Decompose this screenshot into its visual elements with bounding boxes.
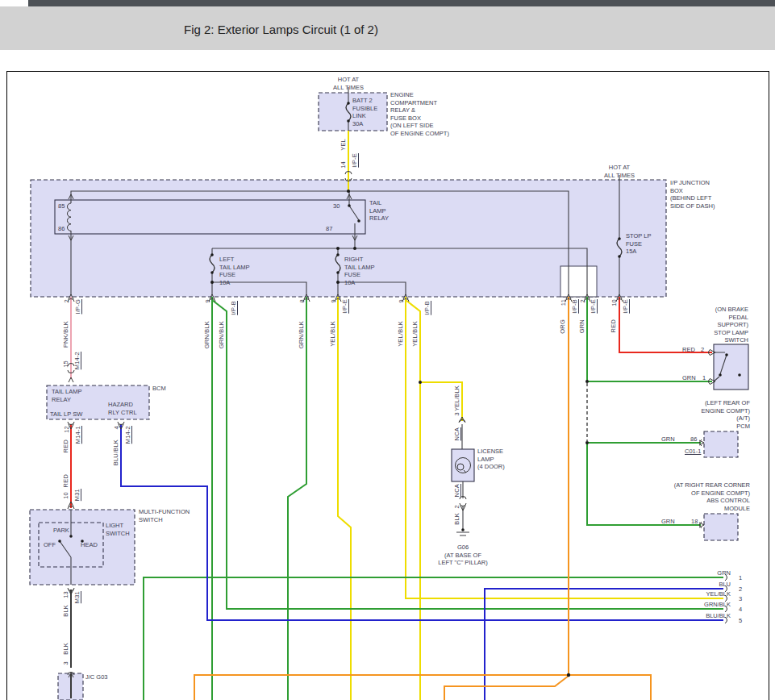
right-wire-label-1: GRN — [685, 569, 731, 577]
yel-blk-label-2: YEL/BLK — [397, 321, 404, 347]
bcm-tail-lamp-relay-label: TAIL LAMP RELAY — [52, 388, 82, 403]
mfs-conn-out: M31 — [73, 591, 81, 603]
pcm-pin-label: 86 — [690, 435, 697, 444]
head-label: HEAD — [81, 541, 98, 549]
bcm-out1-pin: 12 — [63, 426, 70, 433]
off-label: OFF — [44, 541, 56, 549]
stop-lamp-switch-box — [714, 344, 748, 390]
exit-org-conn: I/P-B — [571, 299, 578, 314]
exit-ipg-conn: I/P-G — [74, 299, 81, 315]
license-lamp-label: LICENSE LAMP (4 DOOR) — [477, 448, 505, 471]
exit-org-pin: 11 — [560, 299, 567, 306]
exit-ipe9-pin: 9 — [330, 299, 337, 302]
grn-blk-label-1: GRN/BLK — [203, 321, 210, 348]
pcm-location-label: (LEFT REAR OF ENGINE COMPT) (A/T) PCM — [653, 399, 750, 430]
abs-wire-label: GRN — [661, 518, 675, 526]
multi-function-switch-label: MULTI-FUNCTION SWITCH — [139, 508, 190, 523]
tail-lamp-relay-box — [55, 200, 365, 234]
right-wire-num-4: 4 — [739, 606, 742, 614]
bcm-tail-lp-sw-label: TAIL LP SW — [50, 410, 82, 419]
stop-switch-pin-out: 1 — [702, 374, 706, 382]
right-wire-label-4: GRN/BLK — [685, 601, 731, 609]
bcm-conn-m14-2: M14-2 — [73, 352, 81, 369]
inner-connector-box — [560, 266, 597, 297]
yel-blk-label-3: YEL/BLK — [411, 321, 419, 347]
right-wire-num-1: 1 — [739, 574, 742, 582]
stop-switch-pin-in: 2 — [701, 346, 704, 354]
exit-ipb-left-pin: 9 — [204, 299, 211, 302]
pcm-conn-label: C01-1 — [685, 448, 701, 456]
org-label: ORG — [559, 319, 566, 334]
jc-pin-3: 3 — [62, 661, 69, 665]
abs-location-label: (AT RIGHT REAR CORNER OF ENGINE COMPT) A… — [623, 481, 750, 512]
batt-fusible-link-label: BATT 2 FUSIBLE LINK 30A — [352, 97, 377, 127]
abs-pin-label: 18 — [691, 518, 698, 526]
bcm-pin-15: 15 — [62, 360, 69, 368]
relay-pin-87: 87 — [326, 225, 332, 233]
left-tail-lamp-fuse-label: LEFT TAIL LAMP FUSE 10A — [219, 256, 250, 286]
right-wire-label-3: YEL/BLK — [685, 590, 731, 598]
exit-ipe9-conn: I/P-E — [341, 299, 348, 314]
ipe-connector-label: I/P-E — [351, 153, 358, 168]
exit-grn-pin: 2 — [579, 299, 586, 302]
relay-pin-85: 85 — [58, 202, 65, 210]
mfs-conn-in: M31 — [73, 489, 81, 501]
right-wire-label-5: BLU/BLK — [685, 612, 731, 620]
mfs-wire-in-label: RED — [62, 474, 69, 487]
stop-lp-fuse-label: STOP LP FUSE 15A — [626, 232, 651, 256]
ground-g06-label: G06 (AT BASE OF LEFT "C" PILLAR) — [415, 544, 511, 567]
pin-14-label: 14 — [340, 161, 347, 169]
license-wire-label: YEL/BLK — [453, 385, 460, 411]
grn-blk-label-3: GRN/BLK — [298, 321, 305, 348]
yel-wire-label: YEL — [340, 139, 347, 151]
bcm-out2-pin: 4 — [113, 426, 120, 429]
bcm-hazard-rly-ctrl-label: HAZARD RLY CTRL — [108, 401, 137, 416]
exit-ipb-right-pin: 9 — [398, 299, 405, 302]
wiring-diagram-canvas — [0, 0, 775, 700]
light-switch-label: LIGHT SWITCH — [106, 522, 130, 537]
exit-ipb-right-conn: I/P-B — [423, 301, 431, 315]
stop-switch-wire-out: GRN — [682, 374, 696, 382]
blk-wire-label-2: BLK — [62, 643, 69, 655]
license-pin-top: 3 — [453, 412, 460, 415]
exit-8-pin: 8 — [298, 299, 306, 302]
org-wires — [194, 297, 651, 700]
right-tail-lamp-fuse-label: RIGHT TAIL LAMP FUSE 10A — [344, 256, 375, 286]
bcm-out2-conn: M14-2 — [124, 426, 131, 444]
grn-blk-label-2: GRN/BLK — [218, 321, 225, 348]
right-wire-num-3: 3 — [739, 595, 742, 603]
mfs-pin-out: 13 — [62, 591, 69, 598]
license-pin-bot: 2 — [453, 505, 460, 508]
jc-g03-label: J/C G03 — [85, 673, 108, 681]
pcm-wire-label: GRN — [661, 435, 675, 444]
exit-red-conn: I/P-E — [622, 299, 629, 314]
park-label: PARK — [53, 527, 69, 535]
tail-lamp-relay-label: TAIL LAMP RELAY — [369, 199, 389, 223]
right-wire-num-5: 5 — [739, 617, 742, 625]
blk-wire-label-1: BLK — [62, 605, 69, 617]
right-wire-label-2: BLU — [685, 581, 731, 589]
stop-switch-wire-in: RED — [682, 346, 695, 354]
relay-pin-30: 30 — [333, 202, 340, 210]
license-blk-label: BLK — [453, 513, 460, 525]
license-conn-top: NCA — [453, 427, 460, 440]
bcm-out1-conn: M14-1 — [74, 426, 81, 444]
hot-at-all-times-label-2: HOT AT ALL TIMES — [595, 164, 644, 179]
stop-lamp-switch-location-label: (ON BRAKE PEDAL SUPPORT) STOP LAMP SWITC… — [668, 306, 748, 344]
abs-box — [704, 514, 738, 540]
hot-at-all-times-label: HOT AT ALL TIMES — [324, 76, 373, 91]
bcm-out2-wire: BLU/BLK — [112, 440, 119, 465]
relay-pin-86: 86 — [58, 225, 65, 233]
grn-label: GRN — [578, 319, 585, 333]
engine-compartment-box-label: ENGINE COMPARTMENT RELAY & FUSE BOX (ON … — [390, 91, 449, 137]
exit-ipb-left-conn: I/P-B — [230, 301, 237, 315]
exit-red-pin: 10 — [610, 299, 618, 306]
exit-ipg-pin: 2 — [63, 299, 70, 302]
license-conn-bot: NCA — [453, 484, 460, 497]
red-label: RED — [610, 319, 617, 332]
mfs-pin-in: 10 — [62, 492, 69, 499]
pnk-blk-label: PNK/BLK — [62, 321, 69, 348]
bcm-out1-wire: RED — [62, 440, 69, 452]
yel-blk-label-1: YEL/BLK — [329, 321, 336, 347]
right-wire-num-2: 2 — [739, 585, 742, 594]
